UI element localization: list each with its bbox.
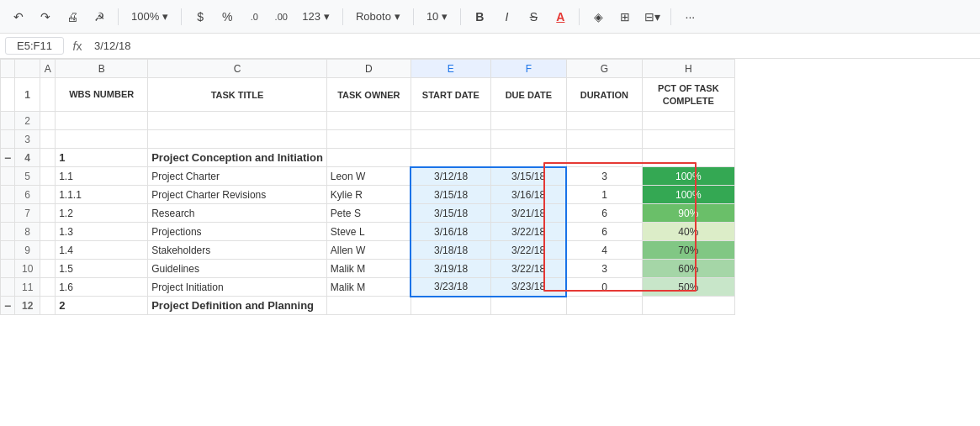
cell-a1[interactable] xyxy=(40,78,56,112)
cell-h10[interactable]: 60% xyxy=(642,260,734,278)
cell-f11[interactable]: 3/23/18 xyxy=(490,278,566,297)
cell-c3[interactable] xyxy=(148,130,327,149)
cell-c5[interactable]: Project Charter xyxy=(148,167,327,186)
percent-button[interactable]: % xyxy=(215,5,239,29)
cell-d2[interactable] xyxy=(326,112,411,130)
cell-f8[interactable]: 3/22/18 xyxy=(490,223,566,241)
font-dropdown[interactable]: Roboto ▾ xyxy=(350,6,406,28)
cell-d10[interactable]: Malik M xyxy=(326,260,411,278)
borders-button[interactable]: ⊞ xyxy=(613,5,637,29)
cell-e6[interactable]: 3/15/18 xyxy=(411,186,490,204)
font-color-button[interactable]: A xyxy=(548,5,572,29)
col-header-f[interactable]: F xyxy=(490,60,566,78)
cell-h2[interactable] xyxy=(642,112,734,130)
cell-a5[interactable] xyxy=(40,167,56,186)
cell-b4[interactable]: 1 xyxy=(56,149,148,167)
italic-button[interactable]: I xyxy=(495,5,518,29)
cell-a12[interactable] xyxy=(40,297,56,315)
col-header-d[interactable]: D xyxy=(326,60,411,78)
cell-b11[interactable]: 1.6 xyxy=(56,278,148,297)
grid-scroll[interactable]: A B C D E F G H 1 WBS NUMBER TASK TI xyxy=(0,59,980,426)
cell-e7[interactable]: 3/15/18 xyxy=(411,204,490,223)
cell-b5[interactable]: 1.1 xyxy=(56,167,148,186)
cell-h9[interactable]: 70% xyxy=(642,241,734,260)
cell-g3[interactable] xyxy=(566,130,642,149)
cell-a11[interactable] xyxy=(40,278,56,297)
cell-f1[interactable]: DUE DATE xyxy=(490,78,566,112)
cell-e11[interactable]: 3/23/18 xyxy=(411,278,490,297)
cell-h7[interactable]: 90% xyxy=(642,204,734,223)
cell-b3[interactable] xyxy=(56,130,148,149)
cell-b6[interactable]: 1.1.1 xyxy=(56,186,148,204)
cell-c7[interactable]: Research xyxy=(148,204,327,223)
strikethrough-button[interactable]: S xyxy=(522,5,545,29)
cell-d3[interactable] xyxy=(326,130,411,149)
col-header-b[interactable]: B xyxy=(56,60,148,78)
cell-f2[interactable] xyxy=(490,112,566,130)
print-button[interactable]: 🖨 xyxy=(61,5,84,29)
col-header-a[interactable]: A xyxy=(40,60,56,78)
cell-h4[interactable] xyxy=(642,149,734,167)
cell-b1[interactable]: WBS NUMBER xyxy=(56,78,148,112)
cell-h12[interactable] xyxy=(642,297,734,315)
cell-g8[interactable]: 6 xyxy=(566,223,642,241)
bold-button[interactable]: B xyxy=(468,5,491,29)
cell-f5[interactable]: 3/15/18 xyxy=(490,167,566,186)
cell-a4[interactable] xyxy=(40,149,56,167)
merge-button[interactable]: ⊟ ▾ xyxy=(640,5,664,29)
cell-a6[interactable] xyxy=(40,186,56,204)
redo-button[interactable]: ↷ xyxy=(34,5,57,29)
cell-d5[interactable]: Leon W xyxy=(326,167,411,186)
cell-e9[interactable]: 3/18/18 xyxy=(411,241,490,260)
formula-input[interactable] xyxy=(91,38,975,54)
cell-c2[interactable] xyxy=(148,112,327,130)
cell-f9[interactable]: 3/22/18 xyxy=(490,241,566,260)
cell-d4[interactable] xyxy=(326,149,411,167)
cell-g4[interactable] xyxy=(566,149,642,167)
undo-button[interactable]: ↶ xyxy=(7,5,30,29)
cell-g6[interactable]: 1 xyxy=(566,186,642,204)
cell-e1[interactable]: START DATE xyxy=(411,78,490,112)
cell-b10[interactable]: 1.5 xyxy=(56,260,148,278)
cell-g11[interactable]: 0 xyxy=(566,278,642,297)
cell-d9[interactable]: Allen W xyxy=(326,241,411,260)
cell-h5[interactable]: 100% xyxy=(642,167,734,186)
cell-b12[interactable]: 2 xyxy=(56,297,148,315)
cell-a7[interactable] xyxy=(40,204,56,223)
zoom-dropdown[interactable]: 100% ▾ xyxy=(125,6,174,28)
cell-c12[interactable]: Project Definition and Planning xyxy=(148,297,327,315)
cell-h6[interactable]: 100% xyxy=(642,186,734,204)
cell-c11[interactable]: Project Initiation xyxy=(148,278,327,297)
cell-h8[interactable]: 40% xyxy=(642,223,734,241)
cell-b2[interactable] xyxy=(56,112,148,130)
number-format-dropdown[interactable]: 123 ▾ xyxy=(296,6,336,28)
cell-c8[interactable]: Projections xyxy=(148,223,327,241)
cell-reference-input[interactable] xyxy=(5,37,64,55)
cell-g9[interactable]: 4 xyxy=(566,241,642,260)
cell-f12[interactable] xyxy=(490,297,566,315)
cell-f7[interactable]: 3/21/18 xyxy=(490,204,566,223)
cell-g7[interactable]: 6 xyxy=(566,204,642,223)
cell-e5[interactable]: 3/12/18 xyxy=(411,167,490,186)
cell-a9[interactable] xyxy=(40,241,56,260)
font-size-dropdown[interactable]: 10 ▾ xyxy=(421,6,453,28)
cell-e4[interactable] xyxy=(411,149,490,167)
cell-a10[interactable] xyxy=(40,260,56,278)
cell-f4[interactable] xyxy=(490,149,566,167)
fill-color-button[interactable]: ◈ xyxy=(586,5,610,29)
cell-c6[interactable]: Project Charter Revisions xyxy=(148,186,327,204)
cell-c4[interactable]: Project Conception and Initiation xyxy=(148,149,327,167)
decimal-increase-button[interactable]: .00 xyxy=(269,5,293,29)
cell-h1[interactable]: PCT OF TASK COMPLETE xyxy=(642,78,734,112)
cell-g5[interactable]: 3 xyxy=(566,167,642,186)
cell-b9[interactable]: 1.4 xyxy=(56,241,148,260)
cell-e2[interactable] xyxy=(411,112,490,130)
cell-e3[interactable] xyxy=(411,130,490,149)
cell-f10[interactable]: 3/22/18 xyxy=(490,260,566,278)
cell-e12[interactable] xyxy=(411,297,490,315)
col-header-e[interactable]: E xyxy=(411,60,490,78)
cell-d8[interactable]: Steve L xyxy=(326,223,411,241)
cell-d12[interactable] xyxy=(326,297,411,315)
cell-g10[interactable]: 3 xyxy=(566,260,642,278)
cell-b7[interactable]: 1.2 xyxy=(56,204,148,223)
